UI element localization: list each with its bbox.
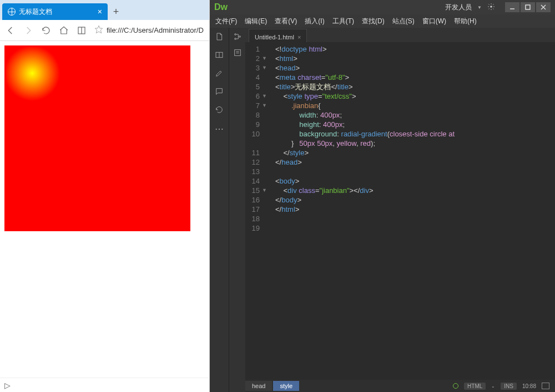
chevron-down-icon[interactable]: ⌄ — [491, 384, 495, 389]
address-text: file:///C:/Users/Administrator/D — [107, 26, 204, 34]
menu-item[interactable]: 插入(I) — [305, 17, 324, 26]
svg-point-11 — [234, 38, 236, 40]
menu-item[interactable]: 文件(F) — [215, 17, 237, 26]
browser-statusbar: ▷ — [0, 378, 209, 392]
dw-titlebar: Dw 开发人员 ▼ — [210, 0, 555, 14]
dw-menubar: 文件(F)编辑(E)查看(V)插入(I)工具(T)查找(D)站点(S)窗口(W)… — [210, 14, 555, 28]
menu-item[interactable]: 查找(D) — [362, 17, 385, 26]
status-lang[interactable]: HTML — [464, 383, 486, 390]
refresh-icon[interactable] — [215, 105, 224, 116]
status-ok-icon — [453, 383, 458, 389]
forward-icon[interactable] — [23, 26, 33, 35]
new-tab-button[interactable]: + — [108, 3, 124, 20]
dw-logo: Dw — [214, 2, 228, 12]
menu-item[interactable]: 查看(V) — [275, 17, 297, 26]
jianbian-div — [4, 45, 190, 231]
dw-left-iconbar: ⋯ — [210, 28, 229, 392]
globe-icon — [8, 8, 16, 16]
reading-icon[interactable] — [77, 26, 87, 35]
svg-rect-13 — [234, 50, 240, 56]
menu-item[interactable]: 帮助(H) — [454, 17, 477, 26]
dw-left-iconbar-2 — [229, 28, 245, 392]
line-gutter: 12▼3▼456▼7▼8910 1112131415▼16171819 — [245, 42, 272, 380]
status-pos: 10:88 — [522, 383, 536, 389]
gear-icon[interactable] — [487, 3, 495, 12]
status-glyph: ▷ — [4, 381, 11, 390]
code-text[interactable]: <!doctype html><html><head><meta charset… — [272, 42, 555, 380]
breadcrumb-item[interactable]: head — [245, 381, 272, 391]
more-icon[interactable]: ⋯ — [215, 124, 224, 134]
tab-title: 无标题文档 — [19, 7, 93, 17]
menu-item[interactable]: 工具(T) — [332, 17, 354, 26]
chevron-down-icon[interactable]: ▼ — [477, 5, 482, 10]
tree-icon[interactable] — [233, 32, 242, 43]
favorite-icon[interactable] — [94, 25, 107, 36]
home-icon[interactable] — [59, 26, 69, 35]
page-viewport — [0, 41, 209, 378]
comment-icon[interactable] — [215, 87, 224, 98]
close-icon[interactable] — [536, 2, 551, 12]
refresh-icon[interactable] — [41, 26, 51, 35]
screen-icon[interactable] — [542, 383, 549, 389]
dreamweaver-window: Dw 开发人员 ▼ 文件(F)编辑(E)查看(V)插入(I)工具(T)查找(D)… — [210, 0, 555, 392]
menu-item[interactable]: 窗口(W) — [422, 17, 446, 26]
menu-item[interactable]: 站点(S) — [392, 17, 415, 26]
file-tab[interactable]: Untitled-1.html × — [249, 29, 307, 42]
file-icon[interactable] — [215, 32, 224, 43]
brush-icon[interactable] — [215, 69, 224, 79]
close-tab-icon[interactable]: × — [98, 7, 102, 16]
browser-toolbar: file:///C:/Users/Administrator/D — [0, 20, 209, 41]
svg-point-3 — [490, 6, 492, 8]
dw-statusbar: HTML ⌄ INS 10:88 — [453, 383, 555, 390]
code-editor: Untitled-1.html × 12▼3▼456▼7▼8910 111213… — [245, 28, 555, 392]
workspace-role[interactable]: 开发人员 — [445, 3, 472, 12]
svg-rect-5 — [526, 5, 530, 9]
menu-item[interactable]: 编辑(E) — [245, 17, 267, 26]
file-tabbar: Untitled-1.html × — [245, 28, 555, 42]
address-bar[interactable]: file:///C:/Users/Administrator/D — [94, 25, 204, 36]
snippet-icon[interactable] — [233, 48, 242, 59]
svg-point-10 — [234, 34, 236, 35]
code-area[interactable]: 12▼3▼456▼7▼8910 1112131415▼16171819 <!do… — [245, 42, 555, 380]
svg-marker-2 — [95, 26, 102, 33]
minimize-icon[interactable] — [505, 2, 519, 12]
browser-window: 无标题文档 × + file:///C:/Users/Administrator… — [0, 0, 210, 392]
back-icon[interactable] — [6, 26, 16, 35]
close-file-icon[interactable]: × — [297, 34, 301, 40]
tag-breadcrumb: headstyle HTML ⌄ INS 10:88 — [245, 380, 555, 392]
split-icon[interactable] — [215, 50, 224, 61]
browser-tab[interactable]: 无标题文档 × — [2, 3, 108, 20]
svg-point-12 — [239, 36, 240, 38]
status-ins[interactable]: INS — [501, 383, 517, 390]
file-tab-label: Untitled-1.html — [255, 34, 294, 40]
browser-tabbar: 无标题文档 × + — [0, 0, 209, 20]
maximize-icon[interactable] — [521, 2, 535, 12]
breadcrumb-item[interactable]: style — [273, 381, 299, 391]
